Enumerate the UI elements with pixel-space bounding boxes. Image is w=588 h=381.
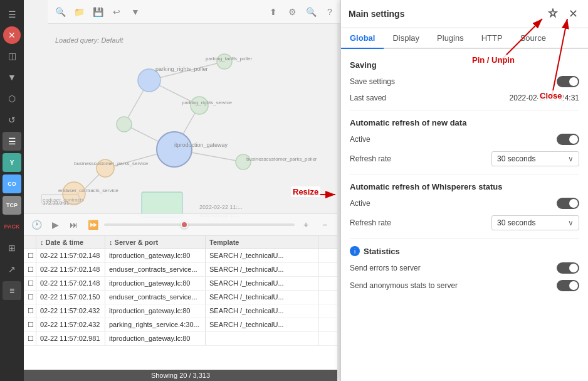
table-row[interactable]: ☐ 02-22 11:57:02.432 parking_rights_serv… <box>24 318 337 332</box>
send-anon-toggle[interactable] <box>557 280 579 291</box>
auto-refresh-whisperers-active-label: Active <box>350 199 370 208</box>
auto-refresh-data-label: Automatic refresh of new data <box>350 118 579 127</box>
col-date-header: ↕ Date & time <box>36 236 105 249</box>
divider-2 <box>350 174 579 174</box>
graph-toolbar: 🔍 📁 💾 ↩ ▼ ⬆ ⚙ 🔍 ? 👤 <box>48 0 361 24</box>
send-errors-toggle[interactable] <box>557 262 579 274</box>
tab-plugins[interactable]: Plugins <box>428 28 473 49</box>
table-row[interactable]: ☐ 02-22 11:57:02.148 enduser_contracts_s… <box>24 263 337 277</box>
layers-icon[interactable]: ◫ <box>3 46 21 65</box>
progress-bar[interactable] <box>104 223 295 226</box>
svg-text:enduser_contracts_service: enduser_contracts_service <box>58 188 118 193</box>
grid-icon[interactable]: ⊞ <box>3 239 21 257</box>
svg-text:businesscustomer_parks_poller: businesscustomer_parks_poller <box>246 156 317 162</box>
plus-icon[interactable]: + <box>298 217 313 232</box>
stop-icon[interactable]: ✕ <box>3 26 21 44</box>
tab-display[interactable]: Display <box>384 28 428 49</box>
auto-refresh-data-rate-select[interactable]: 30 seconds ∨ <box>491 151 579 166</box>
divider-1 <box>350 110 579 110</box>
pack-icon[interactable]: PACK <box>3 217 21 236</box>
svg-point-9 <box>138 69 160 92</box>
y-badge-icon[interactable]: Y <box>3 153 21 172</box>
statistics-label: Statistics <box>364 247 400 256</box>
settings-toolbar-icon[interactable]: ⚙ <box>285 4 300 19</box>
auto-refresh-data-rate-value: 30 seconds <box>497 154 535 163</box>
statistics-header: i Statistics <box>350 246 579 256</box>
auto-refresh-data-active-row: Active <box>350 134 579 145</box>
auto-refresh-data-rate-row: Refresh rate 30 seconds ∨ <box>350 151 579 166</box>
svg-text:parking_rights_service: parking_rights_service <box>182 100 233 105</box>
auto-refresh-data-rate-arrow: ∨ <box>568 154 574 163</box>
search-toolbar-icon[interactable]: 🔍 <box>53 4 68 19</box>
auto-refresh-whisperers-rate-label: Refresh rate <box>350 218 391 227</box>
auto-refresh-whisperers-toggle[interactable] <box>557 198 579 209</box>
clock-icon[interactable]: 🕐 <box>29 217 44 232</box>
filter-toolbar-icon[interactable]: ▼ <box>128 4 143 19</box>
send-errors-label: Send errors to server <box>350 264 421 272</box>
svg-text:enduser_contracts: enduser_contracts <box>43 197 84 203</box>
fast-forward-icon[interactable]: ⏩ <box>85 217 100 232</box>
menu-icon[interactable]: ☰ <box>3 5 21 24</box>
folder-toolbar-icon[interactable]: 📁 <box>71 4 87 19</box>
svg-text:parking_tariffs_poller: parking_tariffs_poller <box>206 56 252 62</box>
last-saved-value: 2022-02-23 17:24:31 <box>510 94 579 102</box>
info-icon: i <box>350 246 360 256</box>
pin-unpin-button[interactable] <box>545 6 560 21</box>
zoom-toolbar-icon[interactable]: 🔍 <box>303 4 318 19</box>
table-row[interactable]: ☐ 02-22 11:57:02.981 itproduction_gatewa… <box>24 332 337 346</box>
co-badge-icon[interactable]: CO <box>3 174 21 193</box>
divider-3 <box>350 238 579 239</box>
svg-point-12 <box>117 117 132 132</box>
auto-refresh-whisperers-rate-arrow: ∨ <box>568 218 574 227</box>
share-toolbar-icon[interactable]: ⬆ <box>266 4 281 19</box>
tcp-icon[interactable]: TCP <box>3 196 21 215</box>
last-saved-row: Last saved 2022-02-23 17:24:31 <box>350 94 579 102</box>
save-settings-row: Save settings <box>350 76 579 87</box>
skip-icon[interactable]: ⏭ <box>66 217 81 232</box>
col-server-header: ↕ Server & port <box>105 236 206 249</box>
send-errors-row: Send errors to server <box>350 262 579 274</box>
filter-icon[interactable]: ▼ <box>3 68 21 87</box>
undo-toolbar-icon[interactable]: ↩ <box>109 4 124 19</box>
table-row[interactable]: ☐ 02-22 11:57:02.148 itproduction_gatewa… <box>24 249 337 263</box>
svg-text:Loaded query: Default: Loaded query: Default <box>55 36 123 44</box>
topology-icon[interactable]: ⬡ <box>3 89 21 108</box>
auto-refresh-whisperers-active-row: Active <box>350 198 579 209</box>
save-toolbar-icon[interactable]: 💾 <box>90 4 105 19</box>
svg-text:parking_rights_poller: parking_rights_poller <box>155 66 208 72</box>
tab-global[interactable]: Global <box>341 28 384 49</box>
arrow-diag-icon[interactable]: ↗ <box>3 260 21 279</box>
playback-toolbar: 🕐 ▶ ⏭ ⏩ + − <box>24 213 337 235</box>
play-icon[interactable]: ▶ <box>48 217 63 232</box>
table-row[interactable]: ☐ 02-22 11:57:02.148 itproduction_gatewa… <box>24 277 337 291</box>
auto-refresh-whisperers-rate-select[interactable]: 30 seconds ∨ <box>491 215 579 230</box>
bookmark-icon[interactable]: ☰ <box>3 132 21 151</box>
progress-handle[interactable] <box>181 221 188 228</box>
tab-source[interactable]: Source <box>512 28 555 49</box>
refresh-icon[interactable]: ↺ <box>3 110 21 129</box>
panel-content: Saving Save settings Last saved 2022-02-… <box>341 49 588 378</box>
log-area: ↕ Date & time ↕ Server & port Template ☐… <box>24 235 337 381</box>
auto-refresh-whisperers-rate-row: Refresh rate 30 seconds ∨ <box>350 215 579 230</box>
log-header: ↕ Date & time ↕ Server & port Template <box>24 236 337 249</box>
svg-text:2022-02-22 11:...: 2022-02-22 11:... <box>199 204 243 210</box>
panel-title: Main settings <box>349 9 404 19</box>
send-anon-label: Send anonymous stats to server <box>350 281 458 290</box>
minus-icon[interactable]: − <box>317 217 332 232</box>
panel-tabs: Global Display Plugins HTTP Source <box>341 28 588 49</box>
auto-refresh-whisperers-rate-value: 30 seconds <box>497 218 535 227</box>
settings-panel: Main settings ✕ Global Display Plugins H… <box>340 0 588 381</box>
auto-refresh-data-rate-label: Refresh rate <box>350 154 391 163</box>
list-view-icon[interactable]: ≡ <box>3 281 21 300</box>
tab-http[interactable]: HTTP <box>473 28 512 49</box>
table-row[interactable]: ☐ 02-22 11:57:02.150 enduser_contracts_s… <box>24 291 337 304</box>
help-toolbar-icon[interactable]: ? <box>322 4 337 19</box>
col-template-header: Template <box>206 236 318 249</box>
panel-header: Main settings ✕ <box>341 0 588 28</box>
col-check-header <box>24 236 36 249</box>
auto-refresh-data-toggle[interactable] <box>557 134 579 145</box>
table-row[interactable]: ☐ 02-22 11:57:02.432 itproduction_gatewa… <box>24 304 337 318</box>
save-settings-toggle[interactable] <box>557 76 579 87</box>
close-button[interactable]: ✕ <box>565 6 580 21</box>
panel-header-actions: ✕ <box>545 6 580 21</box>
